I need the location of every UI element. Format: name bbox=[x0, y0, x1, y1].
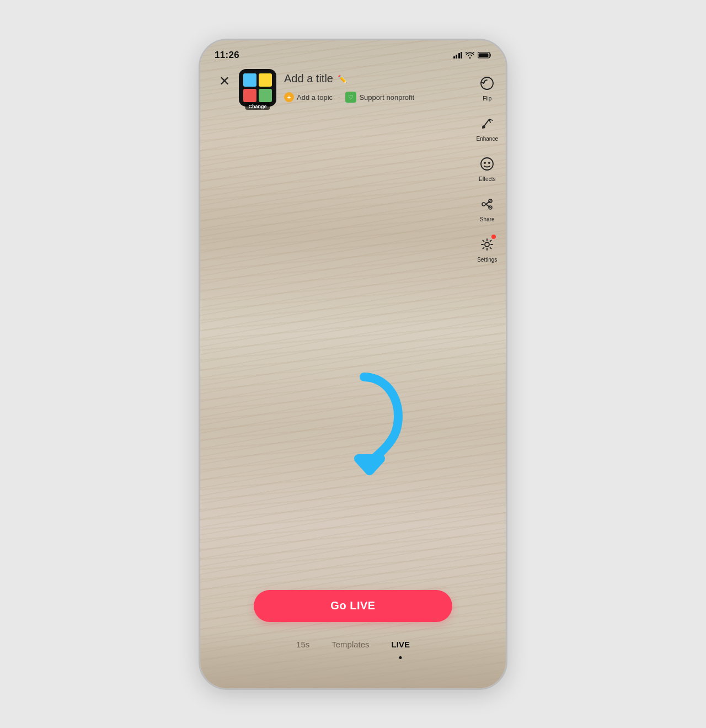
flip-icon bbox=[477, 73, 497, 93]
title-section: Add a title ✏️ + Add a topic · ♡ Support… bbox=[284, 72, 462, 103]
signal-icon bbox=[453, 52, 463, 59]
toolbar-item-settings[interactable]: Settings bbox=[477, 235, 497, 263]
add-topic-tag[interactable]: + Add a topic bbox=[284, 92, 333, 102]
edit-pencil-icon: ✏️ bbox=[338, 75, 347, 83]
settings-label: Settings bbox=[477, 257, 497, 263]
svg-point-5 bbox=[484, 162, 486, 164]
arrow-annotation bbox=[320, 366, 414, 479]
status-bar: 11:26 bbox=[200, 40, 506, 65]
tab-templates[interactable]: Templates bbox=[320, 636, 380, 652]
app-icon-dot-br bbox=[259, 89, 272, 102]
svg-point-9 bbox=[482, 203, 485, 206]
battery-icon bbox=[478, 52, 491, 59]
bottom-tabs: 15s Templates LIVE bbox=[200, 628, 506, 688]
add-title-text: Add a title bbox=[284, 72, 333, 85]
svg-point-10 bbox=[485, 242, 489, 247]
share-label: Share bbox=[480, 216, 495, 222]
app-icon-dot-tr bbox=[259, 73, 272, 87]
toolbar-item-share[interactable]: Share bbox=[477, 194, 497, 222]
support-nonprofit-label: Support nonprofit bbox=[359, 93, 414, 102]
profile-title-area: Change Add a title ✏️ + Add a topic · ♡ … bbox=[239, 69, 462, 107]
app-icon-dot-bl bbox=[243, 89, 256, 102]
svg-point-6 bbox=[488, 162, 490, 164]
svg-rect-1 bbox=[479, 53, 489, 57]
effects-label: Effects bbox=[479, 176, 495, 182]
support-nonprofit-tag[interactable]: ♡ Support nonprofit bbox=[345, 92, 414, 103]
add-topic-icon: + bbox=[284, 92, 294, 102]
app-icon-dot-tl bbox=[243, 73, 256, 87]
tab-live[interactable]: LIVE bbox=[381, 636, 421, 652]
enhance-icon bbox=[477, 114, 497, 134]
close-button[interactable]: ✕ bbox=[215, 71, 234, 91]
enhance-label: Enhance bbox=[477, 136, 498, 142]
support-nonprofit-icon: ♡ bbox=[345, 92, 356, 103]
avatar-container[interactable]: Change bbox=[239, 69, 276, 107]
toolbar-item-effects[interactable]: Effects bbox=[477, 154, 497, 182]
close-icon: ✕ bbox=[219, 75, 230, 88]
toolbar-item-enhance[interactable]: Enhance bbox=[477, 114, 498, 142]
status-icons bbox=[453, 52, 492, 59]
share-icon bbox=[477, 194, 497, 214]
effects-icon bbox=[477, 154, 497, 174]
phone-screen: 11:26 bbox=[200, 40, 506, 688]
settings-icon bbox=[477, 235, 497, 254]
tag-separator: · bbox=[338, 93, 340, 101]
add-title-row[interactable]: Add a title ✏️ bbox=[284, 72, 462, 85]
go-live-text: Go LIVE bbox=[330, 599, 375, 612]
go-live-button[interactable]: Go LIVE bbox=[254, 590, 452, 622]
tab-15s[interactable]: 15s bbox=[285, 636, 320, 652]
svg-point-4 bbox=[481, 158, 493, 170]
wifi-icon bbox=[466, 52, 474, 59]
curved-arrow-svg bbox=[320, 366, 414, 476]
tags-row: + Add a topic · ♡ Support nonprofit bbox=[284, 92, 462, 103]
settings-notification-dot bbox=[491, 235, 496, 239]
flip-label: Flip bbox=[483, 95, 491, 102]
app-icon bbox=[239, 69, 276, 107]
add-topic-label: Add a topic bbox=[297, 93, 333, 102]
status-time: 11:26 bbox=[215, 50, 239, 61]
right-toolbar: Flip Enhance bbox=[477, 73, 498, 263]
toolbar-item-flip[interactable]: Flip bbox=[477, 73, 497, 102]
phone-frame: 11:26 bbox=[199, 39, 507, 690]
avatar-label: Change bbox=[245, 103, 270, 110]
